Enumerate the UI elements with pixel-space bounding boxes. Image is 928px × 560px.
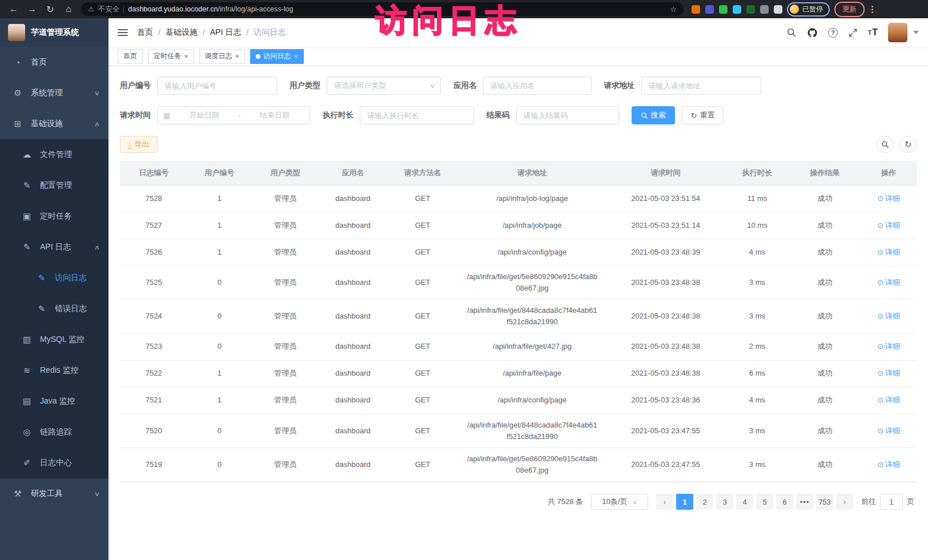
sidebar-item-java[interactable]: ▤ Java 监控 (0, 386, 109, 417)
sidebar-item-mysql[interactable]: ▥ MySQL 监控 (0, 324, 109, 355)
cell-duration: 2 ms (725, 336, 789, 357)
app-logo[interactable]: 芋道管理系统 (0, 18, 109, 47)
result-code-input[interactable] (516, 106, 619, 124)
page-size-select[interactable]: 10条/页 ∨ (591, 494, 648, 510)
tag-close-icon[interactable]: × (184, 53, 188, 60)
request-url-input[interactable] (641, 76, 761, 95)
toggle-search-button[interactable] (877, 136, 894, 153)
breadcrumb-item[interactable]: 基础设施 (166, 27, 198, 38)
next-page-button[interactable]: › (836, 494, 853, 510)
sidebar-item-trace[interactable]: ◎ 链路追踪 (0, 417, 109, 448)
page-button-3[interactable]: 3 (716, 494, 733, 510)
page-button-1[interactable]: 1 (676, 494, 693, 510)
tag[interactable]: 调度日志 × (199, 49, 246, 64)
detail-link[interactable]: ⊙ 详细 (877, 394, 900, 406)
sidebar-item-label: 系统管理 (31, 88, 95, 98)
user-id-input[interactable] (157, 76, 277, 95)
detail-link[interactable]: ⊙ 详细 (877, 425, 900, 437)
user-id-label: 用户编号 (120, 80, 151, 91)
cell-app-name: dashboard (319, 188, 387, 210)
sidebar-item-api-log[interactable]: ✎ API 日志 ∧ (0, 232, 109, 263)
sidebar-item-file[interactable]: ☁ 文件管理 (0, 139, 109, 170)
detail-link[interactable]: ⊙ 详细 (877, 247, 900, 258)
reset-button[interactable]: ↻ 重置 (682, 106, 724, 124)
page-button-753[interactable]: 753 (816, 494, 833, 510)
sidebar-item-redis[interactable]: ≋ Redis 监控 (0, 355, 109, 386)
reload-icon[interactable]: ↻ (42, 2, 58, 17)
cell-user-id: 0 (188, 272, 252, 293)
sidebar-item-system[interactable]: ⚙ 系统管理 ∨ (0, 78, 109, 108)
breadcrumb-item[interactable]: API 日志 (210, 27, 241, 38)
browser-menu-icon[interactable] (869, 6, 875, 13)
extension-icon[interactable] (760, 5, 769, 14)
pager-ellipsis[interactable]: ••• (796, 494, 813, 510)
extension-icon[interactable] (705, 5, 714, 14)
github-icon[interactable] (807, 27, 818, 38)
sidebar-item-label: 定时任务 (40, 211, 99, 221)
sidebar-item-home[interactable]: ◔ 首页 (0, 47, 109, 78)
detail-link[interactable]: ⊙ 详细 (877, 311, 900, 322)
sidebar-item-log-center[interactable]: ✐ 日志中心 (0, 448, 109, 478)
sidebar-toggle-icon[interactable] (118, 29, 128, 36)
extension-icon[interactable] (774, 5, 782, 14)
refresh-table-button[interactable]: ↻ (899, 136, 917, 153)
back-icon[interactable]: ← (6, 2, 22, 17)
detail-link[interactable]: ⊙ 详细 (877, 220, 900, 231)
user-avatar[interactable] (888, 23, 907, 42)
forward-icon[interactable]: → (24, 2, 40, 17)
fullscreen-icon[interactable] (848, 28, 858, 38)
cell-request-url: /api/infra/config/page (459, 389, 606, 411)
profile-paused-badge[interactable]: 已暂停 (787, 2, 830, 17)
detail-link[interactable]: ⊙ 详细 (877, 368, 900, 379)
font-size-icon[interactable]: TT (868, 27, 878, 38)
breadcrumb-item[interactable]: 首页 (137, 27, 153, 38)
extension-icon[interactable] (746, 5, 755, 14)
export-button[interactable]: ↓ 导出 (120, 136, 158, 153)
sidebar-item-access-log[interactable]: ✎ 访问日志 (0, 263, 109, 293)
detail-link[interactable]: ⊙ 详细 (877, 341, 900, 352)
home-icon[interactable]: ⌂ (61, 2, 77, 17)
help-icon[interactable]: ? (828, 28, 838, 38)
goto-page-input[interactable] (880, 494, 903, 510)
user-type-select[interactable]: 请选择用户类型 ∨ (327, 76, 441, 95)
prev-page-button[interactable]: ‹ (656, 494, 673, 510)
column-header: 日志编号 (120, 161, 188, 185)
sidebar-item-infra[interactable]: ⊞ 基础设施 ∧ (0, 108, 109, 139)
app-name-input[interactable] (483, 76, 592, 95)
tag-close-icon[interactable]: × (235, 53, 240, 60)
page-button-6[interactable]: 6 (776, 494, 793, 510)
tag-label: 访问日志 (263, 51, 291, 61)
tag-close-icon[interactable]: × (294, 53, 298, 60)
address-bar[interactable]: ⚠ 不安全 dashboard.yudao.iocoder.cn/infra/l… (81, 2, 684, 16)
sidebar-item-devtools[interactable]: ⚒ 研发工具 ∨ (0, 478, 109, 509)
cell-result: 成功 (789, 454, 861, 476)
tag[interactable]: 访问日志 × (250, 49, 304, 64)
detail-link[interactable]: ⊙ 详细 (877, 193, 900, 204)
sidebar-item-error-log[interactable]: ✎ 错误日志 (0, 293, 109, 324)
extension-icon[interactable] (692, 5, 700, 14)
breadcrumb: 首页/基础设施/API 日志/访问日志 (137, 27, 286, 38)
detail-link[interactable]: ⊙ 详细 (877, 277, 900, 288)
extension-icon[interactable] (719, 5, 728, 14)
page-button-4[interactable]: 4 (736, 494, 753, 510)
bookmark-star-icon[interactable]: ☆ (670, 5, 677, 14)
active-dot (256, 54, 260, 59)
extension-icon[interactable] (733, 5, 741, 14)
sidebar-item-job[interactable]: ▣ 定时任务 (0, 201, 109, 232)
page-button-5[interactable]: 5 (756, 494, 773, 510)
search-button[interactable]: 搜索 (632, 106, 675, 124)
date-range-picker[interactable]: ▦ 开始日期 - 结束日期 (157, 106, 310, 124)
duration-input[interactable] (360, 106, 474, 124)
detail-link[interactable]: ⊙ 详细 (877, 459, 900, 470)
caret-down-icon[interactable] (913, 31, 919, 34)
paused-label: 已暂停 (802, 5, 823, 14)
sidebar-item-config[interactable]: ✎ 配置管理 (0, 170, 109, 201)
sidebar-menu: ◔ 首页 ⚙ 系统管理 ∨ ⊞ 基础设施 ∧ ☁ 文件管理 ✎ 配置管理 ▣ 定… (0, 47, 109, 560)
table-row: 7526 1 管理员 dashboard GET /api/infra/conf… (120, 239, 917, 266)
tag[interactable]: 首页 (118, 49, 143, 64)
tag[interactable]: 定时任务 × (148, 49, 194, 64)
page-button-2[interactable]: 2 (696, 494, 713, 510)
eye-icon: ⊙ (877, 220, 883, 231)
chrome-update-button[interactable]: 更新 (834, 2, 865, 17)
search-icon[interactable] (786, 27, 797, 38)
